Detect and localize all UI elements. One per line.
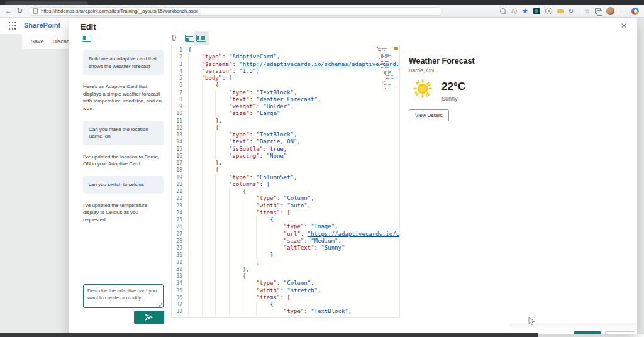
- preview-temperature: 22°C: [441, 81, 465, 93]
- line-number: 4: [172, 68, 188, 75]
- line-number: 37: [172, 301, 188, 308]
- line-number: 1: [172, 47, 188, 53]
- line-number: 32: [172, 266, 188, 273]
- code-line: 21{: [172, 188, 399, 195]
- more-options-icon[interactable]: ⋯: [619, 8, 626, 14]
- save-button[interactable]: Save: [31, 38, 44, 45]
- code-line: 16"spacing": "None": [172, 153, 399, 160]
- line-number: 28: [172, 238, 188, 245]
- line-number: 35: [172, 287, 188, 294]
- line-number: 9: [172, 103, 188, 110]
- waffle-icon[interactable]: [9, 22, 16, 30]
- refresh-icon[interactable]: ↻: [17, 8, 23, 14]
- code-line: 36"items": [: [172, 294, 399, 301]
- code-line: 32},: [172, 266, 399, 273]
- cancel-button[interactable]: [605, 331, 635, 334]
- chat-message-user: can you switch to celsius: [83, 176, 164, 194]
- favorites-icon[interactable]: ☆: [584, 8, 590, 14]
- browser-action-icons: A)★↻☆⋯: [500, 7, 639, 15]
- url-text: https://hbdemos.sharepoint.com/sites/Tra…: [41, 8, 198, 14]
- dialog-title: Edit: [80, 22, 96, 31]
- line-number: 7: [172, 89, 188, 96]
- code-line: 24"items": [: [172, 209, 399, 216]
- code-line: 12{: [172, 124, 399, 131]
- line-number: 10: [172, 110, 188, 117]
- copilot-icon[interactable]: [631, 8, 639, 15]
- preview-view-toggle-icon[interactable]: [185, 35, 194, 42]
- dimmed-page-background: [0, 34, 69, 334]
- line-number: 25: [172, 216, 188, 223]
- code-line: 17},: [172, 160, 399, 167]
- edit-dialog: Edit ✕ {} Build me an adaptive card that…: [69, 18, 637, 334]
- send-button[interactable]: [134, 311, 164, 324]
- line-number: 11: [172, 118, 188, 124]
- code-line: 38"type": "TextBlock",: [172, 308, 399, 315]
- code-line: 4"version": "1.5",: [172, 68, 399, 75]
- sharepoint-suite-bar: SharePoint: [0, 18, 69, 34]
- address-bar[interactable]: https://hbdemos.sharepoint.com/sites/Tra…: [28, 7, 443, 16]
- chat-message-user: Build me an adaptive card that shows the…: [83, 50, 164, 75]
- line-number: 20: [172, 181, 188, 188]
- split-view-toggle-icon[interactable]: [196, 35, 206, 42]
- onenote-extension-icon[interactable]: [533, 8, 540, 14]
- zoom-icon[interactable]: [500, 8, 506, 14]
- read-aloud-icon[interactable]: A): [511, 8, 517, 14]
- line-number: 22: [172, 195, 188, 202]
- chat-message-assistant: Here's an Adaptive Card that displays a …: [83, 83, 164, 112]
- line-number: 15: [172, 146, 188, 153]
- highlight-icon[interactable]: [557, 9, 564, 13]
- view-details-button[interactable]: View Details: [409, 109, 449, 121]
- line-number: 21: [172, 188, 188, 195]
- favorite-star-icon[interactable]: ★: [522, 8, 528, 14]
- minimap-marker: [394, 47, 398, 50]
- back-icon[interactable]: ←: [5, 8, 12, 14]
- line-number: 34: [172, 280, 188, 287]
- code-line: 11},: [172, 118, 399, 124]
- send-icon: [145, 314, 153, 321]
- chat-divider: [167, 45, 167, 334]
- line-number: 2: [172, 53, 188, 60]
- code-line: 8"text": "Weather Forecast",: [172, 96, 399, 103]
- json-code-editor[interactable]: 1{2"type": "AdaptiveCard",3"$schema": "h…: [171, 45, 400, 318]
- line-number: 17: [172, 160, 188, 167]
- collections-icon[interactable]: [595, 8, 601, 14]
- browser-toolbar: ← ↻ https://hbdemos.sharepoint.com/sites…: [0, 5, 644, 18]
- code-line: 26"type": "Image",: [172, 223, 399, 230]
- avatar[interactable]: [606, 7, 614, 15]
- code-line: 2"type": "AdaptiveCard",: [172, 53, 399, 60]
- code-line: 9"weight": "Bolder",: [172, 103, 399, 110]
- code-line: 28"size": "Medium",: [172, 238, 399, 245]
- code-line: 33{: [172, 273, 399, 280]
- code-line: 18{: [172, 167, 399, 174]
- code-line: 5"body": [: [172, 75, 399, 82]
- profile-icon[interactable]: [545, 8, 552, 14]
- chat-input[interactable]: [83, 284, 164, 308]
- code-line: 14"text": "Barrie, ON",: [172, 138, 399, 145]
- code-line: 1{: [172, 47, 399, 53]
- close-icon[interactable]: ✕: [621, 21, 627, 30]
- apply-button[interactable]: [574, 331, 601, 334]
- code-line: 15"isSubtle": true,: [172, 146, 399, 153]
- line-number: 5: [172, 75, 188, 82]
- line-number: 12: [172, 124, 188, 131]
- line-number: 36: [172, 294, 188, 301]
- line-number: 31: [172, 259, 188, 266]
- code-line: 20"columns": [: [172, 181, 399, 188]
- line-number: 8: [172, 96, 188, 103]
- code-view-toggle-icon[interactable]: {}: [172, 33, 176, 41]
- sharepoint-logo[interactable]: SharePoint: [24, 21, 60, 29]
- line-number: 30: [172, 251, 188, 258]
- line-number: 26: [172, 223, 188, 230]
- preview-location: Barrie, ON: [409, 67, 560, 74]
- screen: ← ↻ https://hbdemos.sharepoint.com/sites…: [0, 0, 644, 337]
- sync-icon[interactable]: ↻: [569, 8, 574, 14]
- code-line: 19"type": "ColumnSet",: [172, 174, 399, 181]
- code-line: 30}: [172, 251, 399, 258]
- line-number: 3: [172, 61, 188, 68]
- editor-minimap[interactable]: [377, 47, 398, 92]
- chat-panel-toggle-icon[interactable]: [82, 35, 91, 42]
- code-lines: 1{2"type": "AdaptiveCard",3"$schema": "h…: [172, 47, 399, 316]
- code-line: 34"type": "Column",: [172, 280, 399, 287]
- code-line: 37{: [172, 301, 399, 308]
- code-line: 7"type": "TextBlock",: [172, 89, 399, 96]
